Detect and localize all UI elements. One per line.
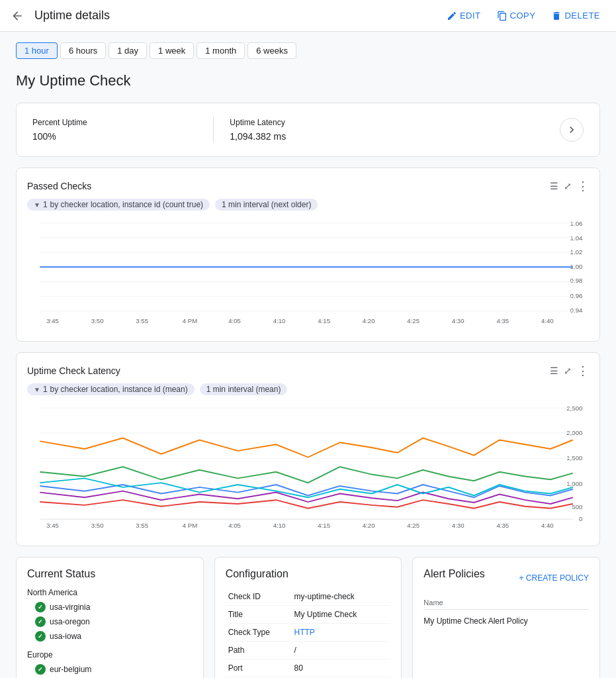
region-name-north-america: North America — [27, 588, 193, 597]
passed-checks-svg: 1.06 1.04 1.02 1.00 0.98 0.96 0.94 3:45 — [27, 216, 589, 328]
region-name-europe: Europe — [27, 650, 193, 659]
svg-text:4:25: 4:25 — [407, 522, 419, 529]
config-label: Port — [226, 659, 292, 677]
back-button[interactable] — [11, 9, 24, 23]
svg-text:3:55: 3:55 — [136, 522, 148, 529]
trash-icon — [551, 11, 562, 21]
delete-button[interactable]: DELETE — [546, 8, 605, 24]
more-options-icon[interactable]: ⋮ — [577, 179, 589, 193]
tab-1month[interactable]: 1 month — [197, 42, 245, 59]
pencil-icon — [447, 11, 457, 21]
expand-icon[interactable]: ⤢ — [564, 181, 572, 191]
config-value: My Uptime Check — [292, 606, 391, 624]
list-icon[interactable]: ☰ — [550, 181, 558, 191]
header-actions: EDIT COPY DELETE — [441, 8, 605, 24]
create-policy-button[interactable]: + CREATE POLICY — [519, 573, 589, 583]
edit-button[interactable]: EDIT — [441, 8, 486, 24]
svg-text:3:45: 3:45 — [46, 522, 59, 529]
svg-text:4:20: 4:20 — [363, 522, 375, 529]
latency-filter-tag-2[interactable]: 1 min interval (mean) — [200, 383, 288, 395]
tab-6weeks[interactable]: 6 weeks — [247, 42, 296, 59]
alert-policies-card: Alert Policies + CREATE POLICY Name My U… — [412, 557, 600, 678]
tab-1week[interactable]: 1 week — [150, 42, 194, 59]
svg-text:4:20: 4:20 — [363, 317, 375, 324]
expand-icon-2[interactable]: ⤢ — [564, 365, 572, 376]
config-label: Check ID — [226, 588, 292, 606]
svg-text:4:40: 4:40 — [541, 522, 554, 529]
status-item: eur-belgium — [27, 662, 193, 677]
alert-card-header: Alert Policies + CREATE POLICY — [423, 568, 589, 588]
region-europe: Europe eur-belgium — [27, 650, 193, 677]
tab-6hours[interactable]: 6 hours — [60, 42, 106, 59]
copy-button[interactable]: COPY — [492, 8, 541, 24]
filter-tag-text: by checker location, instance id (count … — [50, 200, 203, 209]
latency-filter-tag-1[interactable]: ▼ 1 by checker location, instance id (me… — [27, 383, 195, 395]
passed-checks-filters: ▼ 1 by checker location, instance id (co… — [27, 199, 589, 211]
svg-text:4:35: 4:35 — [496, 317, 509, 324]
status-location: usa-iowa — [50, 632, 81, 641]
svg-text:1.02: 1.02 — [570, 248, 583, 256]
alert-policy-item[interactable]: My Uptime Check Alert Policy — [423, 612, 589, 630]
passed-checks-chart: 1.06 1.04 1.02 1.00 0.98 0.96 0.94 3:45 — [27, 216, 589, 330]
copy-icon — [497, 11, 507, 21]
latency-chart-actions: ☰ ⤢ ⋮ — [550, 363, 589, 378]
status-location: usa-virginia — [50, 603, 90, 612]
latency-svg: 2,500 2,000 1,500 1,000 500 0 — [27, 401, 589, 533]
config-value: / — [292, 642, 391, 659]
svg-text:0.98: 0.98 — [570, 277, 583, 284]
config-label: Path — [226, 642, 292, 659]
svg-text:4:30: 4:30 — [452, 317, 464, 324]
config-row: Path / — [226, 642, 391, 659]
tab-1hour[interactable]: 1 hour — [16, 42, 58, 59]
passed-checks-header: Passed Checks ☰ ⤢ ⋮ — [27, 179, 589, 193]
status-location: usa-oregon — [50, 617, 90, 626]
latency-filter-text: by checker location, instance id (mean) — [50, 385, 188, 394]
svg-text:500: 500 — [572, 503, 582, 510]
bottom-grid: Current Status North America usa-virgini… — [16, 557, 600, 678]
svg-text:2,000: 2,000 — [566, 429, 582, 436]
latency-filter-icon: ▼ — [34, 386, 40, 393]
tab-1day[interactable]: 1 day — [109, 42, 147, 59]
filter-tag-1[interactable]: ▼ 1 by checker location, instance id (co… — [27, 199, 210, 211]
status-item: usa-iowa — [27, 629, 193, 644]
svg-text:4 PM: 4 PM — [183, 522, 197, 529]
percent-uptime-label: Percent Uptime — [32, 118, 197, 127]
page-header-title: Uptime details — [34, 9, 431, 23]
config-value-link[interactable]: HTTP — [292, 624, 391, 642]
list-icon-2[interactable]: ☰ — [550, 365, 558, 376]
filter-tag-number: 1 — [43, 200, 48, 209]
passed-checks-card: Passed Checks ☰ ⤢ ⋮ ▼ 1 by checker locat… — [16, 168, 600, 342]
svg-text:4:10: 4:10 — [273, 522, 286, 529]
svg-text:4 PM: 4 PM — [183, 317, 197, 324]
config-title: Configuration — [226, 568, 391, 580]
svg-text:3:45: 3:45 — [46, 317, 59, 324]
status-dot-ok — [35, 616, 46, 627]
svg-text:4:30: 4:30 — [452, 522, 464, 529]
metrics-divider — [213, 117, 214, 143]
page-title: My Uptime Check — [16, 72, 600, 89]
config-row: Title My Uptime Check — [226, 606, 391, 624]
status-dot-ok — [35, 631, 46, 642]
alert-title: Alert Policies — [423, 568, 484, 580]
svg-text:3:55: 3:55 — [136, 317, 148, 324]
uptime-latency-value: 1,094.382 ms — [230, 131, 394, 142]
metrics-card: Percent Uptime 100% Uptime Latency 1,094… — [16, 103, 600, 157]
latency-chart-filters: ▼ 1 by checker location, instance id (me… — [27, 383, 589, 395]
filter-tag-2[interactable]: 1 min interval (next older) — [215, 199, 318, 211]
status-location: eur-belgium — [50, 665, 91, 674]
latency-chart: 2,500 2,000 1,500 1,000 500 0 — [27, 401, 589, 535]
header: Uptime details EDIT COPY DELETE — [0, 0, 616, 32]
configuration-card: Configuration Check ID my-uptime-check T… — [214, 557, 402, 678]
status-dot-ok — [35, 664, 46, 675]
uptime-latency-label: Uptime Latency — [230, 118, 394, 127]
metrics-expand-button[interactable] — [560, 118, 584, 142]
more-options-icon-2[interactable]: ⋮ — [577, 363, 589, 378]
svg-text:4:10: 4:10 — [273, 317, 286, 324]
config-label: Title — [226, 606, 292, 624]
passed-checks-title: Passed Checks — [27, 181, 91, 191]
latency-filter-2-text: 1 min interval (mean) — [206, 385, 281, 394]
config-row: Port 80 — [226, 659, 391, 677]
svg-text:4:35: 4:35 — [496, 522, 509, 529]
latency-chart-card: Uptime Check Latency ☰ ⤢ ⋮ ▼ 1 by checke… — [16, 352, 600, 546]
status-item: usa-virginia — [27, 600, 193, 614]
